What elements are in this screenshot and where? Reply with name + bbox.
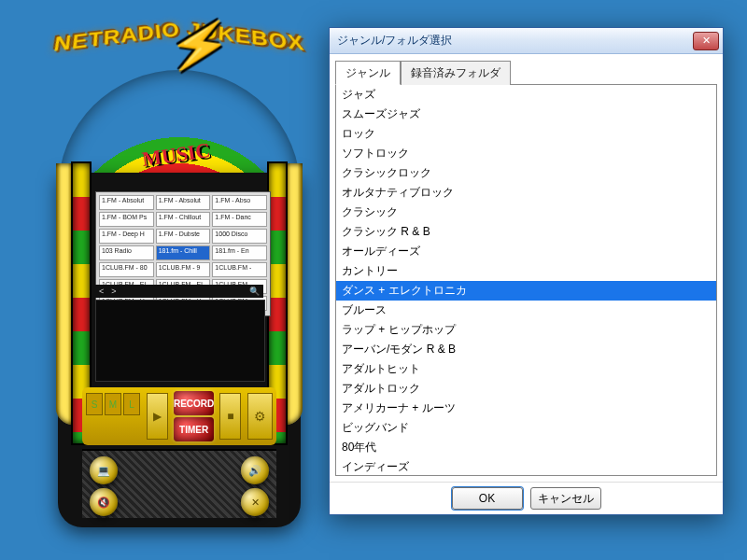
- station-cell[interactable]: 1.FM - Absolut: [99, 195, 154, 210]
- web-button[interactable]: 💻: [90, 456, 118, 484]
- now-playing-display: [95, 300, 265, 382]
- list-item[interactable]: クラシックロック: [336, 163, 716, 183]
- next-page-button[interactable]: >: [107, 287, 120, 296]
- dialog-titlebar[interactable]: ジャンル/フォルダ選択 ✕: [330, 28, 723, 54]
- list-item[interactable]: ラップ + ヒップホップ: [336, 320, 716, 340]
- list-item[interactable]: インディーズ: [336, 457, 716, 476]
- station-cell[interactable]: 103 Radio: [99, 245, 154, 260]
- list-item[interactable]: ソフトロック: [336, 144, 716, 163]
- timer-button[interactable]: TIMER: [174, 417, 214, 441]
- ok-button[interactable]: OK: [452, 487, 523, 510]
- pipe-right: [286, 163, 303, 425]
- list-item[interactable]: ロック: [336, 124, 716, 144]
- station-cell[interactable]: 181.fm - Chill: [156, 245, 211, 260]
- station-cell[interactable]: 1.FM - Abso: [212, 195, 267, 210]
- station-cell[interactable]: 1CLUB.FM - 9: [156, 262, 211, 277]
- volume-button[interactable]: 🔊: [241, 456, 269, 484]
- record-button[interactable]: RECORD: [174, 391, 214, 415]
- dialog-button-row: OK キャンセル: [330, 482, 723, 514]
- list-item[interactable]: アメリカーナ + ルーツ: [336, 399, 716, 418]
- control-panel: S M L ▶ RECORD TIMER ■ ⚙: [82, 387, 276, 445]
- genre-folder-dialog: ジャンル/フォルダ選択 ✕ ジャンル 録音済みフォルダ ジャズスムーズジャズロッ…: [329, 27, 724, 515]
- list-item[interactable]: カントリー: [336, 261, 716, 281]
- station-cell[interactable]: 1.FM - Deep H: [99, 229, 154, 244]
- dialog-tabs: ジャンル 録音済みフォルダ: [330, 54, 723, 84]
- list-item[interactable]: ビッグバンド: [336, 418, 716, 438]
- tab-genre[interactable]: ジャンル: [335, 61, 401, 85]
- size-buttons: S M L: [82, 387, 144, 445]
- mute-button[interactable]: 🔇: [90, 488, 118, 516]
- genre-listbox[interactable]: ジャズスムーズジャズロックソフトロッククラシックロックオルタナティブロッククラシ…: [335, 84, 717, 476]
- station-cell[interactable]: 1.FM - Chillout: [156, 212, 211, 227]
- size-l-button[interactable]: L: [123, 393, 140, 415]
- list-item[interactable]: ブルース: [336, 301, 716, 320]
- list-item[interactable]: スムーズジャズ: [336, 105, 716, 124]
- list-item[interactable]: クラシック R & B: [336, 222, 716, 242]
- list-item[interactable]: 80年代: [336, 438, 716, 457]
- lightning-bolt-icon: ⚡: [164, 12, 234, 79]
- list-item[interactable]: ジャズ: [336, 85, 716, 105]
- list-item[interactable]: ダンス + エレクトロニカ: [336, 281, 716, 301]
- jukebox-player: NETRADIO JUKEBOX ⚡ 1.FM - Absolut1.FM - …: [58, 23, 301, 527]
- size-m-button[interactable]: M: [105, 393, 121, 415]
- station-cell[interactable]: 1.FM - BOM Ps: [99, 212, 154, 227]
- logo-left: NETRADIO: [52, 19, 182, 57]
- settings-button[interactable]: ⚙: [247, 393, 273, 440]
- list-item[interactable]: クラシック: [336, 203, 716, 222]
- cancel-button[interactable]: キャンセル: [530, 487, 601, 510]
- station-cell[interactable]: 1000 Disco: [212, 229, 267, 244]
- station-cell[interactable]: 1.FM - Absolut: [156, 195, 211, 210]
- station-cell[interactable]: 181.fm - En: [212, 245, 267, 260]
- list-item[interactable]: アダルトヒット: [336, 359, 716, 379]
- station-navbar: < > 🔍: [95, 285, 263, 298]
- search-icon[interactable]: 🔍: [246, 287, 263, 296]
- stop-button[interactable]: ■: [219, 393, 241, 440]
- list-item[interactable]: オールディーズ: [336, 242, 716, 261]
- tab-recorded[interactable]: 録音済みフォルダ: [401, 61, 511, 85]
- play-button[interactable]: ▶: [147, 393, 168, 440]
- station-cell[interactable]: 1CLUB.FM - 80: [99, 262, 154, 277]
- station-cell[interactable]: 1.FM - Danc: [212, 212, 267, 227]
- station-cell[interactable]: 1.FM - Dubste: [156, 229, 211, 244]
- station-cell[interactable]: 1CLUB.FM -: [212, 262, 267, 277]
- prev-page-button[interactable]: <: [95, 287, 107, 296]
- list-item[interactable]: オルタナティブロック: [336, 183, 716, 203]
- list-item[interactable]: アーバン/モダン R & B: [336, 340, 716, 359]
- list-item[interactable]: アダルトロック: [336, 379, 716, 399]
- close-icon[interactable]: ✕: [693, 32, 719, 50]
- size-s-button[interactable]: S: [86, 393, 103, 415]
- exit-button[interactable]: ✕: [241, 488, 269, 516]
- dialog-title: ジャンル/フォルダ選択: [337, 33, 693, 49]
